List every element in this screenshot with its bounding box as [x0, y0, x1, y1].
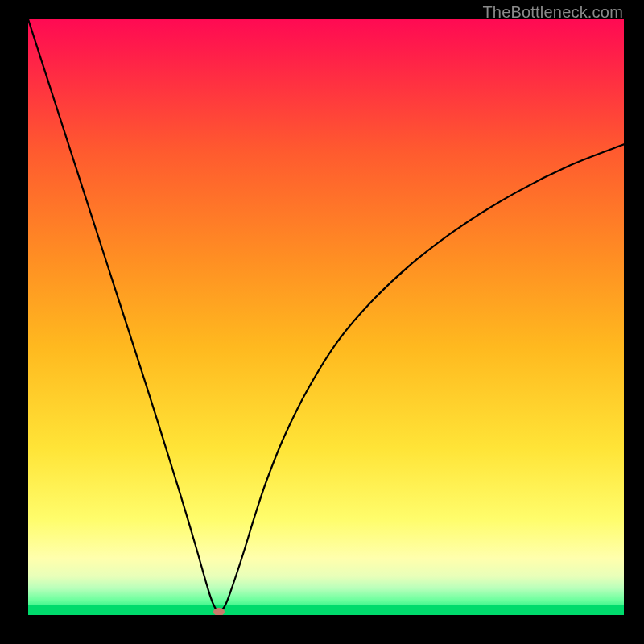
plot-area [28, 19, 624, 615]
bottleneck-curve [28, 19, 624, 615]
minimum-marker [213, 608, 225, 615]
chart-frame: TheBottleneck.com [0, 0, 644, 644]
watermark-text: TheBottleneck.com [482, 3, 623, 22]
